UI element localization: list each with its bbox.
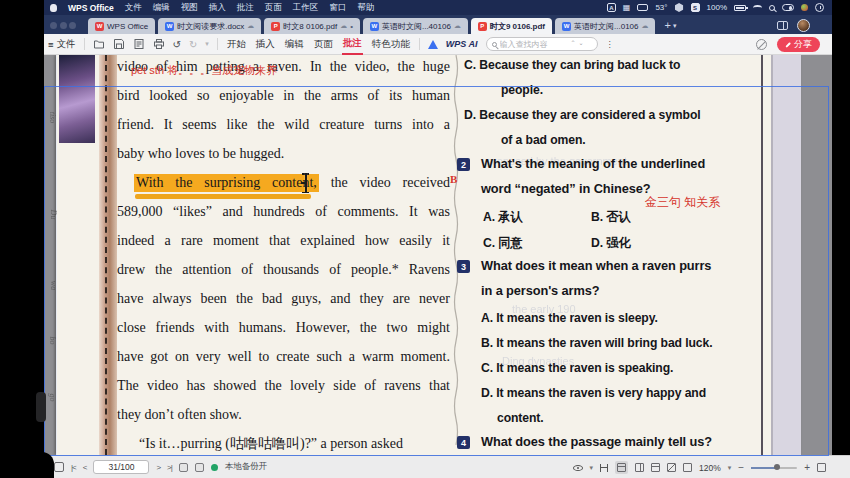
split-view-icon[interactable] bbox=[777, 21, 788, 30]
passage-line: drew the attention of thousands of peopl… bbox=[117, 255, 450, 284]
option-q2-c: C. 同意 bbox=[483, 235, 522, 252]
recording-status-icon[interactable] bbox=[801, 4, 808, 11]
tab-doc-yingyu40106[interactable]: W 英语时文阅...40106 ☁ bbox=[363, 18, 468, 34]
spotlight-search-icon[interactable] bbox=[769, 5, 775, 11]
option-q2-b: B. 否认 bbox=[591, 209, 630, 226]
tab-pdf-shiwen9-active[interactable]: P 时文9 0106.pdf bbox=[471, 18, 552, 34]
share-button[interactable]: 分享 bbox=[777, 37, 820, 52]
ribbon-tab-home[interactable]: 开始 bbox=[226, 35, 247, 54]
zoom-out-button[interactable]: − bbox=[738, 462, 744, 473]
page-margin-strip bbox=[773, 55, 801, 455]
reading-layout-icon[interactable] bbox=[54, 462, 64, 472]
s-app-icon[interactable]: S bbox=[691, 3, 700, 12]
hexagon-app-icon[interactable] bbox=[675, 3, 684, 12]
zoom-slider-knob[interactable] bbox=[774, 464, 780, 470]
camera-icon[interactable] bbox=[637, 4, 648, 11]
wps-ai-button[interactable]: WPS AI bbox=[446, 39, 478, 49]
ribbon-tab-special-features[interactable]: 特色功能 bbox=[371, 35, 411, 54]
search-icon bbox=[492, 42, 497, 47]
question-4-text: What does the passage mainly tell us? bbox=[481, 434, 712, 449]
traffic-light-zoom[interactable] bbox=[69, 22, 76, 29]
apple-logo-icon[interactable] bbox=[50, 4, 57, 12]
control-center-icon[interactable] bbox=[782, 4, 794, 11]
menu-edit[interactable]: 编辑 bbox=[153, 2, 170, 14]
menu-page[interactable]: 页面 bbox=[265, 2, 282, 14]
option-q3-c: C. It means the raven is speaking. bbox=[481, 361, 673, 375]
tab-wps-home[interactable]: W WPS Office bbox=[88, 18, 155, 34]
print-preview-button[interactable] bbox=[133, 38, 145, 50]
pdf-viewport[interactable]: tiso Du wa bo go video of him petting a … bbox=[0, 55, 850, 455]
ribbon-tab-edit[interactable]: 编辑 bbox=[284, 35, 305, 54]
next-view-icon[interactable] bbox=[195, 463, 204, 472]
modified-dot: • bbox=[350, 22, 353, 31]
print-button[interactable] bbox=[153, 38, 165, 50]
highlighted-text[interactable]: With the surprising content, bbox=[134, 174, 319, 192]
menu-insert[interactable]: 插入 bbox=[209, 2, 226, 14]
ribbon-tab-comment-active[interactable]: 批注 bbox=[342, 34, 363, 55]
tab-doc-yingyu0106[interactable]: W 英语时文阅...0106 ☁ bbox=[555, 18, 655, 34]
search-input[interactable] bbox=[500, 40, 568, 49]
ribbon-tab-insert[interactable]: 插入 bbox=[255, 35, 276, 54]
menu-help[interactable]: 帮助 bbox=[357, 2, 374, 14]
menu-app-name[interactable]: WPS Office bbox=[68, 3, 114, 13]
prev-page-button[interactable]: < bbox=[83, 463, 87, 472]
last-page-button[interactable]: >| bbox=[167, 463, 172, 472]
tab-docx-requirements[interactable]: W 时文阅读要求.docx ☁ bbox=[158, 18, 261, 34]
undo-icon[interactable]: ↺ bbox=[173, 39, 181, 50]
page-indicator-input[interactable]: 31/100 bbox=[93, 460, 149, 474]
search-next-icon[interactable]: ⌄ bbox=[579, 41, 584, 46]
zoom-chevron[interactable]: ▾ bbox=[728, 464, 732, 472]
pdf-file-icon: P bbox=[271, 22, 280, 31]
next-page-button[interactable]: > bbox=[156, 463, 160, 472]
open-folder-button[interactable] bbox=[93, 38, 105, 50]
zoom-slider[interactable] bbox=[751, 467, 797, 469]
two-page-view-icon[interactable] bbox=[635, 463, 644, 472]
option-q2-d: D. 强化 bbox=[591, 235, 630, 252]
more-history-chevron[interactable]: ▾ bbox=[205, 40, 209, 48]
pdf-page[interactable]: tiso Du wa bo go video of him petting a … bbox=[56, 55, 800, 455]
menu-view[interactable]: 视图 bbox=[181, 2, 198, 14]
eye-protect-icon[interactable] bbox=[573, 465, 583, 471]
redo-icon[interactable]: ↻ bbox=[189, 39, 197, 50]
continuous-view-icon[interactable] bbox=[651, 463, 660, 472]
video-black-corner bbox=[0, 452, 54, 478]
question-2-text: What's the meaning of the underlined bbox=[481, 156, 705, 171]
single-page-view-active[interactable] bbox=[615, 461, 628, 474]
clock-icon[interactable] bbox=[815, 3, 824, 12]
prev-view-icon[interactable] bbox=[179, 463, 188, 472]
temperature-indicator[interactable]: 53° bbox=[655, 4, 667, 12]
margin-fragment: tiso bbox=[48, 112, 57, 124]
save-button[interactable] bbox=[113, 38, 125, 50]
first-page-button[interactable]: |< bbox=[71, 463, 76, 472]
traffic-light-close[interactable] bbox=[50, 22, 57, 29]
new-tab-button[interactable]: + bbox=[664, 19, 670, 31]
grid-icon[interactable]: ▦ bbox=[623, 4, 631, 12]
search-prev-icon[interactable]: ⌃ bbox=[571, 41, 576, 46]
menu-comment[interactable]: 批注 bbox=[237, 2, 254, 14]
user-avatar[interactable] bbox=[797, 19, 810, 32]
fit-height-icon[interactable] bbox=[600, 464, 608, 472]
tab-list-chevron[interactable]: ▾ bbox=[673, 22, 677, 30]
traffic-light-minimize[interactable] bbox=[60, 22, 67, 29]
tab-pdf-shiwen8[interactable]: P 时文8 0106.pdf ☁ • bbox=[264, 18, 360, 34]
menu-workspace[interactable]: 工作区 bbox=[293, 2, 319, 14]
fullscreen-icon[interactable] bbox=[817, 463, 826, 472]
fit-page-icon[interactable] bbox=[667, 463, 676, 472]
zoom-level[interactable]: 120% bbox=[699, 463, 721, 473]
hamburger-icon: ≡ bbox=[48, 39, 54, 50]
more-options-icon[interactable]: ⋮ bbox=[606, 40, 614, 49]
no-comment-mode-icon[interactable] bbox=[756, 39, 767, 50]
zoom-in-button[interactable]: + bbox=[804, 462, 810, 473]
menu-window[interactable]: 窗口 bbox=[329, 2, 346, 14]
input-method-icon[interactable]: A bbox=[607, 3, 616, 12]
wifi-icon[interactable] bbox=[753, 5, 762, 11]
bookmark-view-icon[interactable] bbox=[683, 463, 692, 472]
wps-ai-icon bbox=[428, 40, 438, 49]
menu-file[interactable]: 文件 bbox=[125, 2, 142, 14]
search-box: ⌃ ⌄ bbox=[486, 37, 598, 51]
ribbon-tab-page[interactable]: 页面 bbox=[313, 35, 334, 54]
eye-chevron[interactable]: ▾ bbox=[590, 464, 594, 472]
file-menu-button[interactable]: ≡ 文件 bbox=[48, 38, 76, 51]
option-q3-d: D. It means the raven is very happy and bbox=[481, 386, 706, 400]
sidebar-handle[interactable] bbox=[36, 392, 46, 422]
